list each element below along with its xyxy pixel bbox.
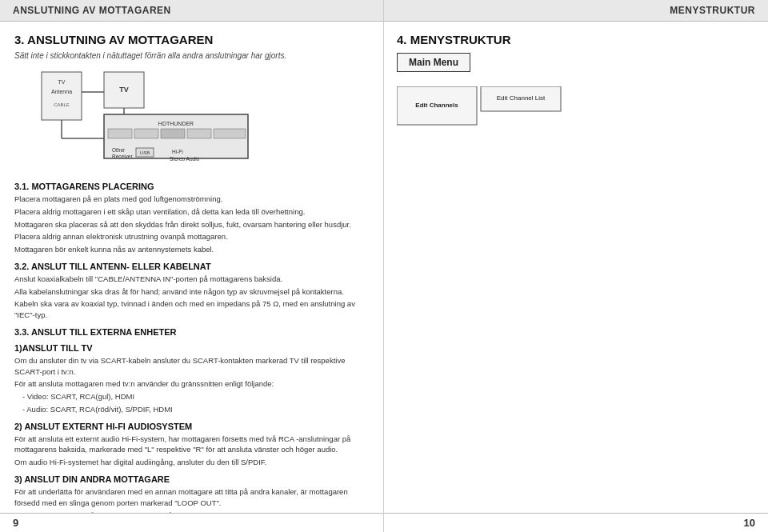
svg-rect-11 — [134, 129, 158, 138]
svg-text:Other: Other — [112, 147, 126, 153]
svg-rect-12 — [161, 129, 185, 138]
right-page-number: 10 — [384, 513, 768, 532]
body-text: Placera mottagaren på en plats med god l… — [14, 194, 369, 205]
right-content: 4. MENYSTRUKTUR Main Menu Edit ChannelsE… — [384, 22, 768, 513]
right-title: 4. MENYSTRUKTUR — [397, 33, 755, 46]
svg-text:TV: TV — [58, 79, 65, 85]
right-page: MENYSTRUKTUR 4. MENYSTRUKTUR Main Menu E… — [384, 0, 768, 532]
body-text: Alla kabelanslutningar ska dras åt för h… — [14, 286, 369, 298]
body-text: Placera aldrig mottagaren i ett skåp uta… — [14, 206, 369, 218]
left-header: ANSLUTNING AV MOTTAGAREN — [0, 0, 383, 22]
body-text: Mottagaren ska placeras så att den skydd… — [14, 219, 369, 230]
left-header-text: ANSLUTNING AV MOTTAGAREN — [13, 5, 171, 16]
svg-text:Edit Channels: Edit Channels — [415, 102, 458, 109]
left-page: ANSLUTNING AV MOTTAGAREN 3. ANSLUTNING A… — [0, 0, 384, 532]
main-menu-box: Main Menu — [397, 53, 470, 72]
svg-text:Stereo Audio: Stereo Audio — [170, 156, 200, 162]
body-text: Mottagaren bör enkelt kunna nås av anten… — [14, 244, 369, 255]
svg-text:Antenna: Antenna — [50, 89, 71, 94]
section-title: 3.2. ANSLUT TILL ANTENN- ELLER KABELNAT — [14, 262, 369, 271]
svg-rect-14 — [214, 129, 246, 138]
body-text: - Video: SCART, RCA(gul), HDMI — [14, 391, 369, 402]
svg-text:HDTHUNDER: HDTHUNDER — [158, 121, 193, 126]
left-page-number: 9 — [0, 513, 383, 532]
svg-text:CABLE: CABLE — [54, 102, 70, 107]
body-text: Anslut koaxialkabeln till "CABLE/ANTENNA… — [14, 274, 369, 285]
body-text: Om audio Hi-Fi-systemet har digital audi… — [14, 457, 369, 468]
body-text: Kabeln ska vara av koaxial typ, tvinnad … — [14, 298, 369, 321]
left-page-number-text: 9 — [13, 517, 18, 529]
body-text: För att underlätta för användaren med en… — [14, 486, 369, 509]
main-menu-box-container: Main Menu — [397, 53, 755, 80]
svg-text:TV: TV — [119, 86, 129, 94]
left-subtitle: Sätt inte i stickkontakten i nätuttaget … — [14, 51, 369, 60]
section-title: 3.1. MOTTAGARENS PLACERING — [14, 182, 369, 191]
connection-diagram: TV Antenna CABLE TV HDTHUNDER Other — [14, 68, 369, 172]
sub-section-title: 3) ANSLUT DIN ANDRA MOTTAGARE — [14, 474, 369, 484]
left-content: 3. ANSLUTNING AV MOTTAGAREN Sätt inte i … — [0, 22, 383, 513]
diagram-svg: TV Antenna CABLE TV HDTHUNDER Other — [40, 68, 344, 172]
svg-rect-10 — [108, 129, 132, 138]
body-text: Om du ansluter din tv via SCART-kabeln a… — [14, 355, 369, 378]
body-text: För att ansluta mottagaren med tv:n anvä… — [14, 378, 369, 390]
sub-section-title: 2) ANSLUT EXTERNT HI-FI AUDIOSYSTEM — [14, 422, 369, 431]
section-title: 3.3. ANSLUT TILL EXTERNA ENHETER — [14, 327, 369, 337]
left-sections: 3.1. MOTTAGARENS PLACERINGPlacera mottag… — [14, 182, 369, 513]
svg-text:USB: USB — [139, 150, 149, 155]
right-header: MENYSTRUKTUR — [384, 0, 768, 22]
menu-tree-svg: Edit ChannelsEdit Channel List — [397, 86, 749, 486]
svg-rect-13 — [187, 129, 211, 138]
svg-text:Receiver: Receiver — [112, 154, 133, 159]
sub-section-title: 1)ANSLUT TILL TV — [14, 343, 369, 353]
right-header-text: MENYSTRUKTUR — [670, 5, 755, 16]
left-title: 3. ANSLUTNING AV MOTTAGAREN — [14, 33, 369, 46]
body-text: - Audio: SCART, RCA(röd/vit), S/PDIF, HD… — [14, 404, 369, 415]
right-page-number-text: 10 — [744, 517, 755, 529]
svg-text:Edit Channel List: Edit Channel List — [497, 94, 546, 102]
body-text: Placera aldrig annan elektronisk utrustn… — [14, 231, 369, 242]
body-text: För att ansluta ett externt audio Hi-Fi-… — [14, 434, 369, 456]
svg-text:Hi-Fi: Hi-Fi — [172, 149, 183, 154]
